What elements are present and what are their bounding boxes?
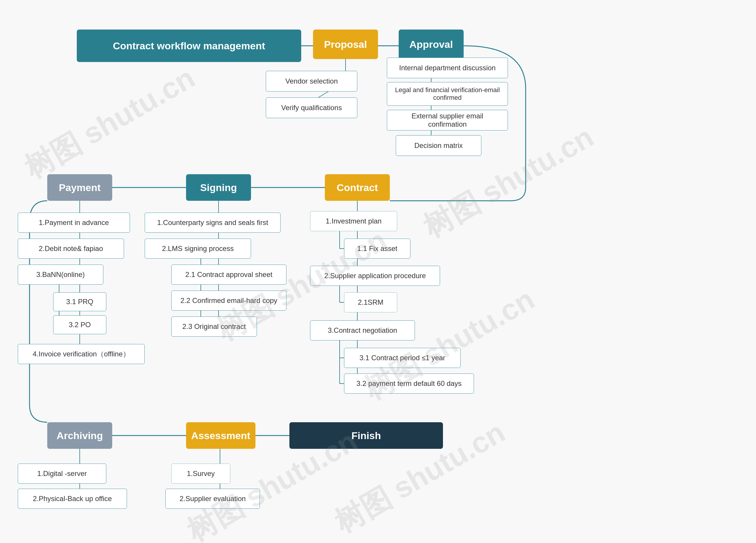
decision-matrix-node: Decision matrix [396, 135, 481, 156]
payment-node: Payment [47, 174, 112, 201]
vendor-selection-node: Vendor selection [266, 71, 357, 92]
bann-node: 3.BaNN(online) [18, 265, 103, 285]
payment-label: Payment [59, 182, 101, 193]
verify-qualifications-node: Verify qualifications [266, 97, 357, 118]
contract-label: Contract [337, 182, 378, 193]
signing-node: Signing [186, 174, 251, 201]
digital-server-node: 1.Digital -server [18, 464, 106, 484]
payment-advance-node: 1.Payment in advance [18, 213, 130, 233]
contract-workflow-node: Contract workflow management [77, 30, 301, 62]
physical-backup-label: 2.Physical-Back up office [33, 495, 112, 503]
srm-node: 2.1SRM [344, 292, 397, 312]
survey-label: 1.Survey [187, 469, 215, 478]
contract-workflow-label: Contract workflow management [113, 40, 265, 52]
contract-year-node: 3.1 Contract period ≤1 year [344, 348, 461, 368]
legal-financial-label: Legal and financial verification-email c… [392, 86, 502, 102]
assessment-node: Assessment [186, 422, 255, 449]
investment-plan-label: 1.Investment plan [326, 217, 382, 225]
supplier-app-label: 2.Supplier application procedure [324, 272, 426, 280]
contract-negotiation-label: 3.Contract negotiation [328, 326, 397, 335]
fix-asset-label: 1.1 Fix asset [357, 244, 397, 253]
debit-note-label: 2.Debit note& fapiao [39, 244, 103, 253]
finish-node: Finish [289, 422, 443, 449]
po-node: 3.2 PO [53, 315, 106, 334]
approval-label: Approval [409, 39, 453, 50]
archiving-label: Archiving [57, 430, 103, 441]
payment-term-label: 3.2 payment term default 60 days [356, 379, 462, 388]
supplier-app-node: 2.Supplier application procedure [310, 266, 440, 286]
survey-node: 1.Survey [171, 464, 230, 484]
supplier-evaluation-label: 2.Supplier evaluation [180, 495, 246, 503]
physical-backup-node: 2.Physical-Back up office [18, 489, 127, 509]
lms-label: 2.LMS signing process [162, 244, 234, 253]
prq-node: 3.1 PRQ [53, 292, 106, 311]
internal-dept-node: Internal department discussion [387, 58, 508, 78]
diagram-container: Contract workflow management Proposal Ap… [0, 0, 756, 543]
assessment-label: Assessment [191, 430, 250, 441]
contract-approval-sheet-node: 2.1 Contract approval sheet [171, 265, 286, 285]
srm-label: 2.1SRM [358, 298, 384, 306]
investment-plan-node: 1.Investment plan [310, 211, 397, 231]
fix-asset-node: 1.1 Fix asset [344, 239, 410, 259]
confirmed-email-node: 2.2 Confirmed email-hard copy [171, 291, 286, 311]
contract-approval-sheet-label: 2.1 Contract approval sheet [185, 270, 273, 279]
original-contract-label: 2.3 Original contract [183, 322, 246, 331]
contract-negotiation-node: 3.Contract negotiation [310, 320, 415, 340]
external-supplier-label: External supplier email confirmation [392, 112, 502, 128]
invoice-verification-label: 4.Invoice verification（offline） [32, 349, 130, 359]
digital-server-label: 1.Digital -server [37, 469, 87, 478]
signing-label: Signing [200, 182, 237, 193]
prq-label: 3.1 PRQ [66, 298, 93, 306]
po-label: 3.2 PO [69, 321, 91, 329]
internal-dept-label: Internal department discussion [399, 64, 496, 72]
legal-financial-node: Legal and financial verification-email c… [387, 82, 508, 106]
vendor-selection-label: Vendor selection [285, 77, 338, 85]
contract-node: Contract [325, 174, 390, 201]
payment-term-node: 3.2 payment term default 60 days [344, 374, 474, 394]
archiving-node: Archiving [47, 422, 112, 449]
verify-qualifications-label: Verify qualifications [281, 104, 342, 112]
contract-year-label: 3.1 Contract period ≤1 year [359, 354, 445, 362]
counterparty-node: 1.Counterparty signs and seals first [145, 213, 281, 233]
proposal-label: Proposal [324, 39, 367, 50]
approval-node: Approval [399, 30, 464, 59]
decision-matrix-label: Decision matrix [414, 141, 463, 150]
original-contract-node: 2.3 Original contract [171, 317, 257, 337]
finish-label: Finish [351, 430, 381, 441]
supplier-evaluation-node: 2.Supplier evaluation [165, 489, 260, 509]
confirmed-email-label: 2.2 Confirmed email-hard copy [180, 296, 277, 305]
watermark-1: 树图 shutu.cn [17, 58, 202, 188]
counterparty-label: 1.Counterparty signs and seals first [157, 218, 268, 227]
external-supplier-node: External supplier email confirmation [387, 110, 508, 131]
invoice-verification-node: 4.Invoice verification（offline） [18, 344, 145, 364]
lms-node: 2.LMS signing process [145, 239, 251, 259]
proposal-node: Proposal [313, 30, 378, 59]
payment-advance-label: 1.Payment in advance [39, 218, 109, 227]
debit-note-node: 2.Debit note& fapiao [18, 239, 124, 259]
bann-label: 3.BaNN(online) [36, 270, 85, 279]
